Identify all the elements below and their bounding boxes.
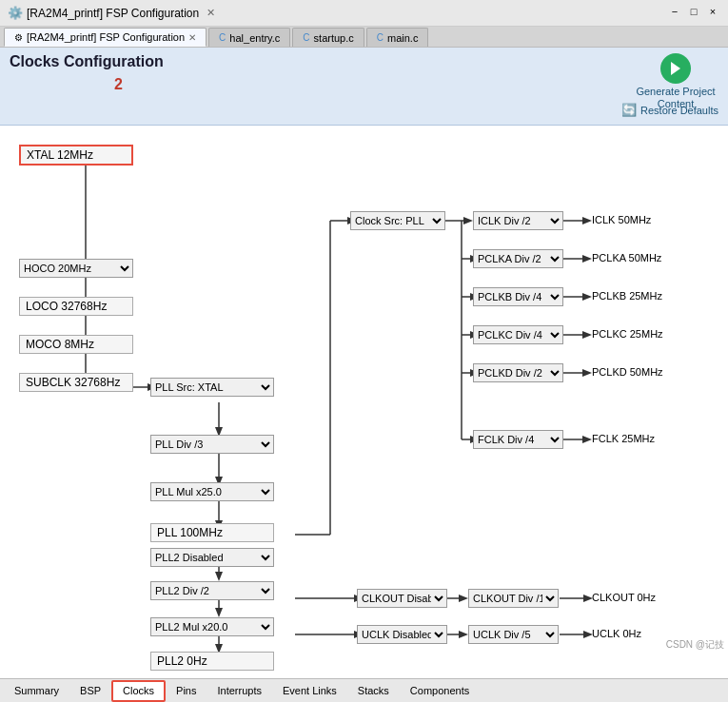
- hoco-container: HOCO 20MHz: [19, 259, 133, 278]
- tab-bsp[interactable]: BSP: [69, 680, 111, 702]
- clock-diagram-area: XTAL 12MHz HOCO 20MHz LOCO 32768Hz MOCO …: [0, 126, 728, 678]
- clock-src-select[interactable]: Clock Src: PLL: [350, 211, 445, 230]
- pll2-mul-container: PLL2 Mul x20.0: [150, 617, 274, 636]
- iclk-div-select[interactable]: ICLK Div /2: [473, 211, 563, 230]
- tab-pins[interactable]: Pins: [166, 680, 207, 702]
- clock-src-container: Clock Src: PLL: [350, 211, 445, 230]
- tab-icon: ⚙: [14, 32, 23, 43]
- subclk-label: SUBCLK 32768Hz: [26, 376, 120, 389]
- pll-src-select[interactable]: PLL Src: XTAL: [150, 378, 274, 397]
- pclkc-div-container: PCLKC Div /4: [473, 325, 563, 344]
- tab-main[interactable]: C main.c: [366, 28, 429, 47]
- clkout-container: CLKOUT Disabled: [357, 589, 447, 608]
- pll-mul-container: PLL Mul x25.0: [150, 482, 274, 501]
- pclka-div-container: PCLKA Div /2: [473, 249, 563, 268]
- pclkd-div-container: PCLKD Div /2: [473, 363, 563, 382]
- tab-close-fsp[interactable]: ✕: [188, 32, 196, 43]
- tab-stacks-label: Stacks: [358, 685, 389, 696]
- tab-label: [RA2M4_printf] FSP Configuration: [27, 31, 185, 43]
- pclka-div-select[interactable]: PCLKA Div /2: [473, 249, 563, 268]
- pll-freq-label: PLL 100MHz: [157, 526, 223, 539]
- svg-marker-42: [215, 608, 223, 617]
- tab-bsp-label: BSP: [80, 685, 101, 696]
- svg-marker-30: [582, 331, 592, 339]
- generate-icon: [660, 53, 691, 84]
- tab-interrupts-label: Interrupts: [218, 685, 262, 696]
- pll2-div-container: PLL2 Div /2: [150, 581, 274, 600]
- tab-icon-hal: C: [219, 32, 226, 43]
- pll-div-container: PLL Div /3: [150, 435, 274, 454]
- pll2-mul-select[interactable]: PLL2 Mul x20.0: [150, 617, 274, 636]
- page-header: Clocks Configuration 2 Generate Project …: [0, 48, 728, 126]
- pclkb-div-select[interactable]: PCLKB Div /4: [473, 287, 563, 306]
- marker-2: 2: [114, 76, 123, 93]
- tab-interrupts[interactable]: Interrupts: [207, 680, 272, 702]
- tab-event-links[interactable]: Event Links: [272, 680, 347, 702]
- close-button[interactable]: ×: [705, 4, 720, 19]
- svg-marker-34: [582, 369, 592, 377]
- xtal-source[interactable]: XTAL 12MHz: [19, 145, 133, 166]
- tab-fsp-config[interactable]: ⚙ [RA2M4_printf] FSP Configuration ✕: [4, 28, 207, 47]
- restore-defaults-button[interactable]: 🔄 Restore Defaults: [621, 103, 718, 117]
- svg-marker-40: [215, 572, 223, 581]
- tab-components-label: Components: [410, 685, 469, 696]
- pll-src-container: PLL Src: XTAL: [150, 378, 274, 397]
- pclkd-out: PCLKD 50MHz: [592, 366, 663, 378]
- uclk-div-select[interactable]: UCLK Div /5: [468, 625, 559, 644]
- pclkc-div-select[interactable]: PCLKC Div /4: [473, 325, 563, 344]
- pll-div-select[interactable]: PLL Div /3: [150, 435, 274, 454]
- pll2-freq-box: PLL2 0Hz: [150, 652, 274, 671]
- uclk-div-container: UCLK Div /5: [468, 625, 559, 644]
- tab-stacks[interactable]: Stacks: [347, 680, 400, 702]
- bottom-tab-bar: Summary BSP Clocks Pins Interrupts Event…: [0, 678, 728, 702]
- svg-marker-22: [582, 255, 592, 263]
- tab-icon-startup: C: [303, 32, 309, 43]
- tab-summary-label: Summary: [14, 685, 59, 696]
- tab-label-startup: startup.c: [314, 32, 354, 44]
- pll2-select[interactable]: PLL2 Disabled: [150, 548, 274, 567]
- svg-marker-38: [582, 436, 592, 443]
- tab-summary[interactable]: Summary: [4, 680, 69, 702]
- svg-marker-17: [582, 217, 592, 224]
- svg-marker-15: [463, 217, 473, 224]
- pll-mul-select[interactable]: PLL Mul x25.0: [150, 482, 274, 501]
- moco-label: MOCO 8MHz: [26, 338, 94, 351]
- maximize-button[interactable]: □: [686, 4, 701, 19]
- tab-pins-label: Pins: [176, 685, 196, 696]
- loco-source: LOCO 32768Hz: [19, 297, 133, 316]
- loco-label: LOCO 32768Hz: [26, 300, 107, 313]
- hoco-select[interactable]: HOCO 20MHz: [19, 259, 133, 278]
- clkout-select[interactable]: CLKOUT Disabled: [357, 589, 447, 608]
- fclk-div-select[interactable]: FCLK Div /4: [473, 430, 563, 449]
- svg-marker-56: [459, 631, 468, 638]
- fclk-div-container: FCLK Div /4: [473, 430, 563, 449]
- title-bar: ⚙️ [RA2M4_printf] FSP Configuration ✕ − …: [0, 0, 728, 27]
- iclk-out: ICLK 50MHz: [592, 214, 651, 225]
- svg-marker-49: [459, 595, 468, 602]
- tab-clocks[interactable]: Clocks: [111, 680, 166, 702]
- tab-components[interactable]: Components: [400, 680, 480, 702]
- tab-icon-main: C: [377, 32, 384, 43]
- pclka-out: PCLKA 50MHz: [592, 252, 661, 263]
- tab-startup[interactable]: C startup.c: [292, 28, 364, 47]
- pll2-div-select[interactable]: PLL2 Div /2: [150, 581, 274, 600]
- subclk-source: SUBCLK 32768Hz: [19, 373, 133, 392]
- watermark: CSDN @记技: [666, 638, 724, 652]
- uclk-select[interactable]: UCLK Disabled: [357, 625, 447, 644]
- tab-clocks-label: Clocks: [123, 685, 154, 696]
- tab-close-icon[interactable]: ✕: [207, 7, 215, 19]
- clkout-div-select[interactable]: CLKOUT Div /1: [468, 589, 559, 608]
- clkout-out: CLKOUT 0Hz: [592, 592, 656, 603]
- page-title: Clocks Configuration: [10, 53, 718, 70]
- pclkb-out: PCLKB 25MHz: [592, 290, 662, 302]
- editor-tab-bar: ⚙ [RA2M4_printf] FSP Configuration ✕ C h…: [0, 27, 728, 48]
- tab-label-main: main.c: [387, 32, 418, 44]
- svg-marker-0: [671, 62, 680, 75]
- tab-hal-entry[interactable]: C hal_entry.c: [208, 28, 290, 47]
- pll2-freq-label: PLL2 0Hz: [157, 654, 207, 668]
- minimize-button[interactable]: −: [667, 4, 682, 19]
- uclk-out: UCLK 0Hz: [592, 628, 641, 639]
- window-title: [RA2M4_printf] FSP Configuration: [27, 7, 199, 20]
- restore-icon: 🔄: [621, 103, 637, 117]
- pclkd-div-select[interactable]: PCLKD Div /2: [473, 363, 563, 382]
